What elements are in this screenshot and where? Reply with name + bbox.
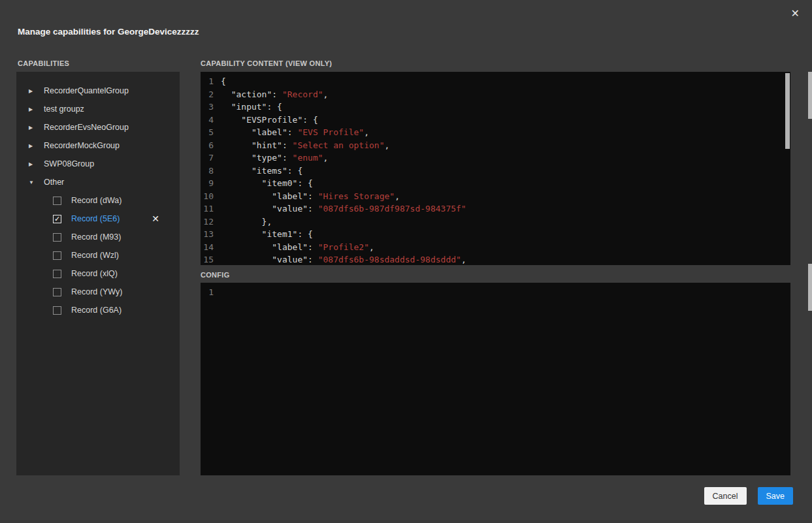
tree-group-label: RecorderQuantelGroup <box>44 86 129 95</box>
tree-item-label: Record (YWy) <box>71 287 122 296</box>
code-line: 9 "item0": { <box>201 177 790 190</box>
tree-group-swp08group[interactable]: ▶SWP08Group <box>16 155 180 173</box>
editor-scrollbar-thumb[interactable] <box>785 73 790 149</box>
tree-group-test-groupz[interactable]: ▶test groupz <box>16 100 180 118</box>
code-text: "value": "087dfs6b-98sdaddsd-98dsddd", <box>221 253 466 265</box>
config-editor[interactable]: 1 <box>201 283 790 475</box>
page-scrollbar-thumb-middle[interactable] <box>808 264 812 311</box>
tree-group-label: SWP08Group <box>44 159 94 168</box>
tree-item-label: Record (M93) <box>71 232 121 242</box>
code-line: 7 "type": "enum", <box>201 151 790 165</box>
line-number: 6 <box>201 139 221 152</box>
code-line: 1 <box>201 286 790 299</box>
line-number: 15 <box>201 253 221 265</box>
tree-item-record-xlq[interactable]: ✓Record (xlQ) <box>16 264 180 283</box>
tree-group-other[interactable]: ▼Other <box>16 173 180 191</box>
cancel-button[interactable]: Cancel <box>704 487 747 505</box>
code-line: 3 "input": { <box>201 101 790 114</box>
item-checkbox[interactable]: ✓ <box>53 306 61 315</box>
code-text: "type": "enum", <box>221 151 328 165</box>
line-number: 7 <box>201 151 221 165</box>
tree-group-label: RecorderEvsNeoGroup <box>44 123 129 132</box>
code-text: "hint": "Select an option", <box>221 139 389 152</box>
code-line: 11 "value": "087dfs6b-987df987sd-984375f… <box>201 202 790 215</box>
footer-actions: Cancel Save <box>704 487 793 505</box>
code-text: "item1": { <box>221 228 313 241</box>
tree-item-label: Record (dWa) <box>71 196 122 205</box>
code-text: "items": { <box>221 165 302 178</box>
tree-group-label: test groupz <box>44 104 84 114</box>
code-line: 15 "value": "087dfs6b-98sdaddsd-98dsddd"… <box>201 253 790 265</box>
code-line: 14 "label": "Profile2", <box>201 241 790 254</box>
capabilities-section-label: CAPABILITIES <box>18 59 69 67</box>
tree-item-record-g6a[interactable]: ✓Record (G6A) <box>16 301 180 319</box>
item-checkbox[interactable]: ✓ <box>53 288 61 296</box>
line-number: 2 <box>201 88 221 101</box>
tree-item-label: Record (5E6) <box>71 214 120 223</box>
capabilities-tree: ▶RecorderQuantelGroup▶test groupz▶Record… <box>16 72 180 475</box>
line-number: 4 <box>201 114 221 127</box>
chevron-right-icon[interactable]: ▶ <box>29 125 36 131</box>
chevron-right-icon[interactable]: ▶ <box>29 106 36 112</box>
chevron-down-icon[interactable]: ▼ <box>29 180 36 185</box>
tree-group-label: Other <box>44 178 64 187</box>
item-checkbox[interactable]: ✓ <box>53 233 61 242</box>
tree-item-record-dwa[interactable]: ✓Record (dWa) <box>16 191 180 210</box>
chevron-right-icon[interactable]: ▶ <box>29 88 36 94</box>
code-line: 8 "items": { <box>201 165 790 178</box>
line-number: 11 <box>201 202 221 215</box>
tree-item-label: Record (G6A) <box>71 306 122 315</box>
save-button[interactable]: Save <box>758 487 794 505</box>
manage-capabilities-modal: ✕ Manage capabilities for GeorgeDevicezz… <box>0 0 812 523</box>
code-line: 4 "EVSProfile": { <box>201 114 790 127</box>
item-checkbox[interactable]: ✓ <box>53 251 61 260</box>
code-text: "label": "Profile2", <box>221 241 374 254</box>
item-checkbox[interactable]: ✓ <box>53 215 61 223</box>
code-text: "label": "EVS Profile", <box>221 126 369 139</box>
config-section-label: CONFIG <box>201 271 230 279</box>
chevron-right-icon[interactable]: ▶ <box>29 161 36 167</box>
line-number: 10 <box>201 190 221 203</box>
line-number: 1 <box>201 75 221 88</box>
code-text: }, <box>221 215 272 229</box>
line-number: 9 <box>201 177 221 190</box>
close-icon[interactable]: ✕ <box>791 8 800 19</box>
code-line: 10 "label": "Hires Storage", <box>201 190 790 203</box>
tree-item-label: Record (Wzl) <box>71 251 119 260</box>
code-line: 6 "hint": "Select an option", <box>201 139 790 152</box>
tree-item-label: Record (xlQ) <box>71 269 118 278</box>
tree-item-record-ywy[interactable]: ✓Record (YWy) <box>16 283 180 301</box>
code-text: "value": "087dfs6b-987df987sd-984375f" <box>221 202 466 215</box>
chevron-right-icon[interactable]: ▶ <box>29 143 36 149</box>
tree-item-record-5e6[interactable]: ✓Record (5E6)✕ <box>16 210 180 228</box>
line-number: 13 <box>201 228 221 241</box>
page-scrollbar-thumb-top[interactable] <box>808 72 812 119</box>
tree-group-recordermockgroup[interactable]: ▶RecorderMockGroup <box>16 136 180 155</box>
line-number: 5 <box>201 126 221 139</box>
code-line: 12 }, <box>201 215 790 229</box>
tree-item-record-wzl[interactable]: ✓Record (Wzl) <box>16 246 180 264</box>
code-line: 13 "item1": { <box>201 228 790 241</box>
code-line: 1{ <box>201 75 790 88</box>
tree-group-recorderquantelgroup[interactable]: ▶RecorderQuantelGroup <box>16 82 180 100</box>
remove-icon[interactable]: ✕ <box>152 214 159 223</box>
code-text: "label": "Hires Storage", <box>221 190 400 203</box>
line-number: 8 <box>201 165 221 178</box>
item-checkbox[interactable]: ✓ <box>53 197 61 205</box>
code-text: "action": "Record", <box>221 88 328 101</box>
code-line: 2 "action": "Record", <box>201 88 790 101</box>
capability-content-section-label: CAPABILITY CONTENT (VIEW ONLY) <box>201 59 332 67</box>
code-text: "item0": { <box>221 177 313 190</box>
checkmark-icon: ✓ <box>54 215 60 223</box>
line-number: 14 <box>201 241 221 254</box>
capability-content-editor[interactable]: 1{2 "action": "Record",3 "input": {4 "EV… <box>201 72 790 265</box>
line-number: 1 <box>201 286 221 299</box>
modal-title: Manage capabilities for GeorgeDevicezzzz… <box>18 27 199 37</box>
item-checkbox[interactable]: ✓ <box>53 270 61 278</box>
tree-group-recorderevsneogroup[interactable]: ▶RecorderEvsNeoGroup <box>16 118 180 136</box>
code-text: "EVSProfile": { <box>221 114 318 127</box>
line-number: 12 <box>201 215 221 229</box>
code-line: 5 "label": "EVS Profile", <box>201 126 790 139</box>
tree-group-label: RecorderMockGroup <box>44 141 120 150</box>
tree-item-record-m93[interactable]: ✓Record (M93) <box>16 228 180 246</box>
